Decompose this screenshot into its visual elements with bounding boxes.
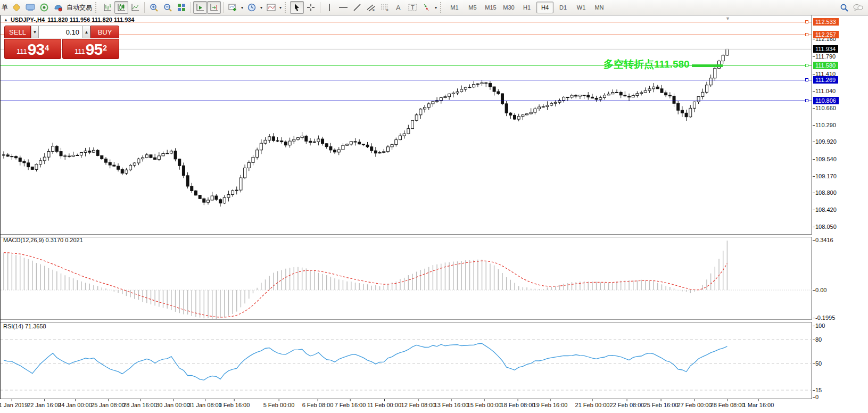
text-tool-icon[interactable]: A <box>392 1 406 14</box>
vertical-line-tool-icon[interactable] <box>323 1 336 14</box>
candle-body <box>186 176 189 186</box>
candle-body <box>268 137 271 141</box>
panel-separator[interactable] <box>1 319 813 323</box>
candle-body <box>125 170 128 173</box>
level-line-handle[interactable] <box>805 20 808 23</box>
timeframe-button-m30[interactable]: M30 <box>500 2 517 13</box>
arrows-tool-icon[interactable] <box>419 1 433 14</box>
chart-title-ohlc: 111.820 111.956 111.820 111.934 <box>47 16 134 23</box>
candle-body <box>288 141 291 145</box>
market-watch-icon[interactable] <box>23 1 37 14</box>
templates-icon[interactable] <box>264 1 278 14</box>
candle-body <box>235 190 238 191</box>
candle-body <box>644 90 647 93</box>
new-order-button-label[interactable]: 单 <box>0 3 10 12</box>
buy-price-pip: 2 <box>103 45 107 51</box>
candle-body <box>509 113 512 115</box>
zoom-out-icon[interactable] <box>161 1 175 14</box>
signals-icon[interactable] <box>37 1 51 14</box>
candle-body <box>619 92 622 95</box>
pivot-annotation-text[interactable]: 多空转折点111.580 <box>604 57 690 71</box>
volume-increase-button[interactable]: ▲ <box>82 26 90 38</box>
tile-windows-icon[interactable] <box>175 1 188 14</box>
time-axis-label: 5 Feb 00:00 <box>263 402 295 408</box>
panel-separator[interactable] <box>1 234 813 237</box>
pivot-highlight-segment[interactable] <box>692 64 723 67</box>
auto-scroll-icon[interactable] <box>193 1 207 14</box>
chart-shift-marker-icon[interactable]: ▼ <box>725 16 730 21</box>
candle-body <box>522 115 524 117</box>
level-line-handle[interactable] <box>805 99 808 102</box>
text-label-tool-icon[interactable]: T <box>406 1 419 14</box>
chart-canvas[interactable] <box>1 15 813 399</box>
arrows-dropdown-arrow[interactable]: ▾ <box>433 2 439 13</box>
volume-input[interactable] <box>39 26 82 38</box>
cursor-tool-icon[interactable] <box>290 1 304 14</box>
chat-icon[interactable] <box>851 1 865 14</box>
level-line-handle[interactable] <box>805 33 808 36</box>
candle-body <box>182 166 185 176</box>
chart-plot-area[interactable]: ▲ USDJPY-,H4 111.820 111.956 111.820 111… <box>0 15 812 399</box>
autotrading-button[interactable]: 自动交易 <box>65 3 94 12</box>
time-axis[interactable]: 21 Jan 201922 Jan 16:0024 Jan 00:0025 Ja… <box>0 399 868 413</box>
candle-body <box>166 153 169 154</box>
timeframe-button-m5[interactable]: M5 <box>464 2 481 13</box>
price-axis[interactable]: 112.160111.790111.410111.040110.660110.2… <box>812 15 868 399</box>
templates-dropdown-arrow[interactable]: ▾ <box>278 2 283 13</box>
timeframe-button-h1[interactable]: H1 <box>518 2 535 13</box>
chart-shift-icon[interactable] <box>207 1 221 14</box>
timeframe-button-mn[interactable]: MN <box>591 2 608 13</box>
sell-button[interactable]: SELL <box>4 26 31 38</box>
candle-body <box>383 152 385 153</box>
periods-icon[interactable] <box>245 1 259 14</box>
autotrading-icon[interactable] <box>51 1 65 14</box>
timeframe-button-m1[interactable]: M1 <box>446 2 463 13</box>
candle-body <box>378 152 381 153</box>
periods-dropdown-arrow[interactable]: ▾ <box>259 2 264 13</box>
level-line-support-2[interactable] <box>1 101 812 101</box>
sell-price-pip: 4 <box>45 45 49 51</box>
timeframe-button-m15[interactable]: M15 <box>482 2 499 13</box>
candle-body <box>411 120 414 128</box>
time-axis-label: 12 Feb 08:00 <box>401 402 436 408</box>
candle-body <box>68 156 70 156</box>
candle-body <box>227 195 230 197</box>
timeframe-group: M1M5M15M30H1H4D1W1MN <box>445 2 608 13</box>
candle-body <box>35 164 38 170</box>
equidistant-channel-tool-icon[interactable]: E <box>364 1 378 14</box>
candle-body <box>350 142 352 144</box>
level-line-resistance-2[interactable] <box>1 35 812 35</box>
sell-price-button[interactable]: 111 93 4 <box>4 39 61 59</box>
candle-body <box>668 95 671 96</box>
crosshair-tool-icon[interactable] <box>304 1 318 14</box>
level-line-pivot-green[interactable] <box>1 65 812 66</box>
one-click-trading-panel: SELL ▼ ▲ BUY 111 93 4 111 95 2 <box>4 26 119 59</box>
candle-body <box>534 109 536 112</box>
expander-icon[interactable]: ▲ <box>4 18 8 22</box>
search-icon[interactable] <box>837 1 851 14</box>
level-line-handle[interactable] <box>805 64 808 67</box>
bar-chart-mode-icon[interactable] <box>101 1 114 14</box>
candlestick-mode-icon[interactable] <box>114 1 128 14</box>
fibonacci-tool-icon[interactable]: F <box>378 1 392 14</box>
new-chart-dropdown-arrow[interactable]: ▾ <box>239 2 245 13</box>
metaquotes-icon[interactable] <box>10 1 23 14</box>
timeframe-button-d1[interactable]: D1 <box>555 2 572 13</box>
zoom-in-icon[interactable] <box>147 1 161 14</box>
candle-body <box>505 104 508 113</box>
line-chart-mode-icon[interactable] <box>128 1 142 14</box>
timeframe-button-h4[interactable]: H4 <box>536 2 553 13</box>
svg-text:T: T <box>411 4 415 11</box>
horizontal-line-tool-icon[interactable] <box>336 1 350 14</box>
candle-body <box>223 197 226 203</box>
trendline-tool-icon[interactable] <box>350 1 364 14</box>
new-chart-icon[interactable] <box>226 1 239 14</box>
buy-price-button[interactable]: 111 95 2 <box>62 39 119 59</box>
volume-decrease-button[interactable]: ▼ <box>31 26 39 38</box>
level-line-handle[interactable] <box>805 78 808 81</box>
candle-body <box>701 92 704 96</box>
level-line-support-1[interactable] <box>1 80 812 80</box>
buy-button[interactable]: BUY <box>90 26 119 38</box>
candle-body <box>415 115 418 120</box>
timeframe-button-w1[interactable]: W1 <box>573 2 590 13</box>
